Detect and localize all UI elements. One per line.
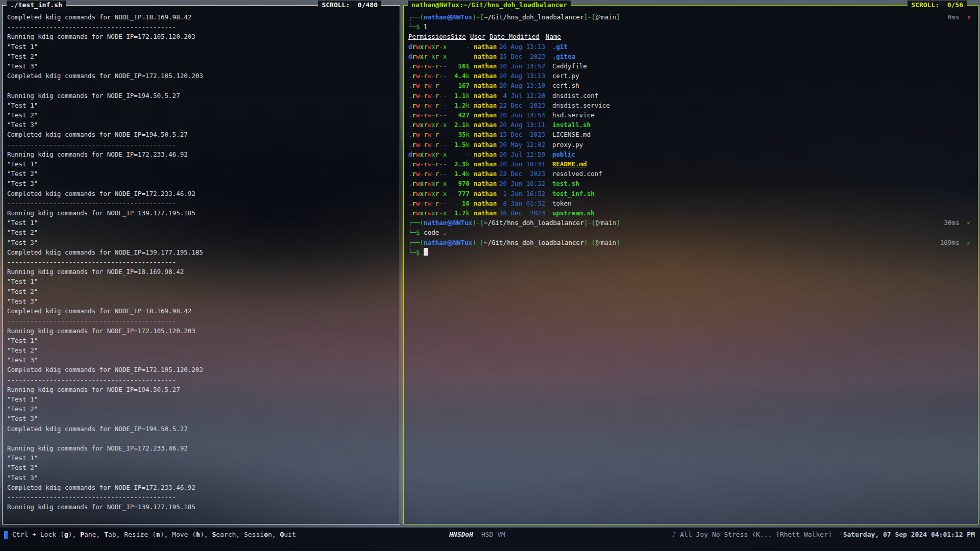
terminal-line: "Test 2" (7, 287, 400, 296)
file-name: upstream.sh (546, 208, 595, 218)
file-row: .rw-rw-r--1.5knathan30 May 12:02proxy.py (408, 140, 978, 149)
terminal-line: Completed kdig commands for NODE_IP=172.… (7, 365, 400, 374)
terminal-line: Completed kdig commands for NODE_IP=194.… (7, 130, 400, 139)
file-name: README.md (546, 159, 587, 169)
file-row: .rw-rw-r--4.4knathan20 Aug 13:13cert.py (408, 71, 978, 81)
file-row: drwxrwxr-x-nathan20 Jul 12:59public (408, 149, 978, 159)
terminal-line: "Test 3" (7, 238, 400, 247)
file-row: .rwxrwxr-x1.7knathan16 Dec 2023upstream.… (408, 208, 978, 218)
terminal-line: ----------------------------------------… (7, 434, 400, 443)
file-row: .rw-rw-r--35knathan15 Dec 2023LICENSE.md (408, 130, 978, 139)
session-info: HNSDoHHSD VM (449, 530, 505, 540)
session-name: HNSDoH (449, 531, 473, 538)
terminal-line: "Test 2" (7, 52, 400, 61)
file-name: LICENSE.md (546, 130, 591, 139)
terminal-line: Completed kdig commands for NODE_IP=172.… (7, 483, 400, 492)
command-duration: 30ms ✓ (944, 218, 971, 228)
terminal-line: ----------------------------------------… (7, 22, 400, 32)
git-branch-icon (595, 240, 601, 246)
terminal-line: Running kdig commands for NODE_IP=172.10… (7, 326, 400, 336)
mode-indicator (4, 531, 8, 539)
terminal-line: "Test 1" (7, 42, 400, 52)
file-name: cert.sh (546, 81, 579, 90)
terminal-line: Completed kdig commands for NODE_IP=18.1… (7, 306, 400, 316)
terminal-line: "Test 1" (7, 277, 400, 286)
terminal-line: ----------------------------------------… (7, 316, 400, 325)
file-name: .gitea (546, 52, 575, 61)
file-row: .rwxrwxr-x777nathan 1 Jun 16:52test_inf.… (408, 189, 978, 198)
shell-command-line: └─$ (408, 247, 978, 257)
terminal-line: Completed kdig commands for NODE_IP=194.… (7, 424, 400, 434)
terminal-line: Running kdig commands for NODE_IP=194.50… (7, 385, 400, 394)
terminal-line: "Test 2" (7, 345, 400, 355)
terminal-line: "Test 2" (7, 463, 400, 472)
terminal-line: ----------------------------------------… (7, 375, 400, 385)
terminal-line: Completed kdig commands for NODE_IP=172.… (7, 189, 400, 198)
file-name: dnsdist.service (546, 101, 610, 110)
file-row: .rwxrwxr-x2.1knathan20 Aug 13:11install.… (408, 120, 978, 130)
terminal-line: "Test 2" (7, 169, 400, 179)
file-name: cert.py (546, 71, 579, 81)
terminal-line: Running kdig commands for NODE_IP=139.17… (7, 208, 400, 218)
terminal-line: ----------------------------------------… (7, 81, 400, 90)
shell-prompt: ┌──(nathan㉿NWTux)-[~/Git/hns_doh_loadbal… (408, 238, 978, 247)
terminal-line: "Test 3" (7, 473, 400, 483)
file-row: .rw-rw-r--161nathan20 Jun 13:52Caddyfile (408, 61, 978, 71)
terminal-line: ----------------------------------------… (7, 198, 400, 208)
listing-header: PermissionsSizeUserDate ModifiedName (408, 32, 978, 41)
text-cursor (424, 248, 428, 256)
file-name: .git (546, 42, 568, 52)
terminal-line: "Test 1" (7, 159, 400, 169)
terminal-line: "Test 3" (7, 355, 400, 365)
file-row: .rw-rw-r--1.2knathan22 Dec 2023dnsdist.s… (408, 101, 978, 110)
pane-shell[interactable]: nathan@NWTux:~/Git/hns_doh_loadbalancer … (403, 5, 978, 524)
desktop: ./test_inf.sh SCROLL: 0/480 Completed kd… (0, 0, 980, 551)
file-name: hsd.service (546, 110, 595, 120)
terminal-line: "Test 1" (7, 101, 400, 110)
file-row: drwxr-xr-x-nathan15 Dec 2023.gitea (408, 52, 978, 61)
terminal-line: Completed kdig commands for NODE_IP=18.1… (7, 12, 400, 22)
file-row: .rw-rw-r--427nathan20 Jun 13:54hsd.servi… (408, 110, 978, 120)
shell-prompt: ┌──(nathan㉿NWTux)-[~/Git/hns_doh_loadbal… (408, 218, 978, 228)
keybinding-hints: Ctrl + Lock (g), Pane, Tab, Resize (n), … (12, 530, 296, 540)
terminal-output: ┌──(nathan㉿NWTux)-[~/Git/hns_doh_loadbal… (404, 6, 978, 524)
now-playing: All Joy No Stress (K... [Rhett Walker] (676, 531, 837, 538)
terminal-line: Running kdig commands for NODE_IP=139.17… (7, 502, 400, 512)
terminal-line: "Test 3" (7, 120, 400, 130)
file-name: proxy.py (546, 140, 583, 149)
terminal-line: "Test 1" (7, 218, 400, 228)
git-branch-icon (595, 14, 601, 20)
file-name: resolved.conf (546, 169, 602, 179)
terminal-line: "Test 2" (7, 228, 400, 237)
terminal-line: "Test 3" (7, 179, 400, 188)
host-label: HSD VM (473, 531, 505, 538)
shell-command-line: └─$ code . (408, 228, 978, 237)
file-name: public (546, 149, 575, 159)
file-row: .rw-rw-r--1.1knathan 4 Jul 12:20dnsdist.… (408, 91, 978, 101)
terminal-line: Running kdig commands for NODE_IP=172.23… (7, 149, 400, 159)
file-name: token (546, 198, 572, 208)
file-row: .rw-rw-r--16nathan 8 Jan 01:32token (408, 198, 978, 208)
shell-command-line: └─$ l (408, 22, 978, 32)
terminal-line: "Test 2" (7, 110, 400, 120)
status-right: ♪ All Joy No Stress (K... [Rhett Walker]… (672, 530, 975, 540)
terminal-line: ----------------------------------------… (7, 257, 400, 267)
pane-test-inf-script[interactable]: ./test_inf.sh SCROLL: 0/480 Completed kd… (2, 5, 400, 524)
command-duration: 169ms ✓ (940, 238, 971, 247)
terminal-line: "Test 1" (7, 453, 400, 463)
git-branch-icon (595, 220, 601, 226)
file-name: install.sh (546, 120, 591, 130)
terminal-line: Running kdig commands for NODE_IP=18.169… (7, 267, 400, 277)
file-row: drwxrwxr-x-nathan20 Aug 13:13.git (408, 42, 978, 52)
terminal-line: Completed kdig commands for NODE_IP=139.… (7, 247, 400, 257)
terminal-line: "Test 1" (7, 394, 400, 404)
terminal-line: "Test 3" (7, 414, 400, 423)
file-name: test_inf.sh (546, 189, 595, 198)
file-name: dnsdist.conf (546, 91, 598, 101)
terminal-line: "Test 1" (7, 336, 400, 345)
file-name: Caddyfile (546, 61, 587, 71)
file-row: .rw-rw-r--167nathan20 Aug 13:10cert.sh (408, 81, 978, 90)
terminal-line: "Test 3" (7, 296, 400, 306)
file-row: .rw-rw-r--1.4knathan22 Dec 2023resolved.… (408, 169, 978, 179)
shell-prompt: ┌──(nathan㉿NWTux)-[~/Git/hns_doh_loadbal… (408, 12, 978, 22)
